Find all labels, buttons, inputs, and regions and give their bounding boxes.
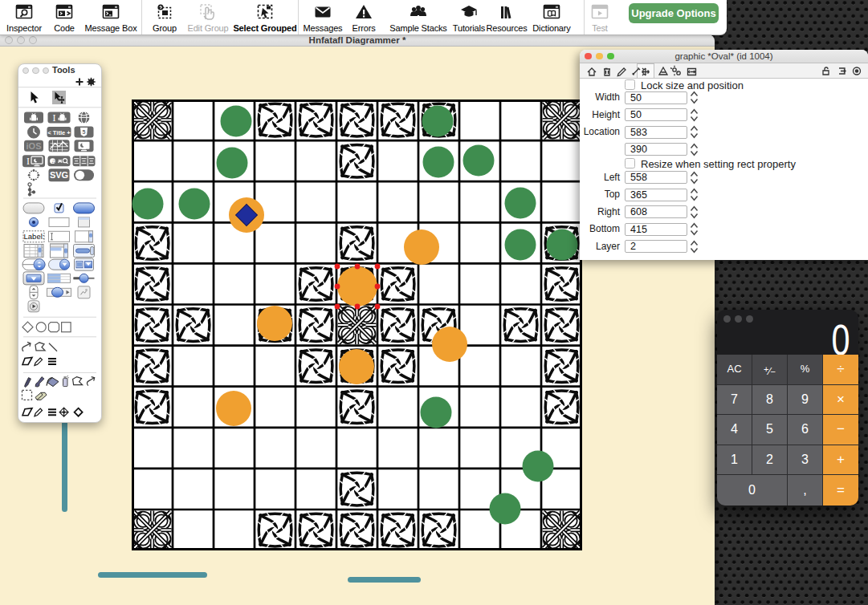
svg-text:♫: ♫ [51,158,55,164]
svg-text:I: I [53,112,56,124]
svg-text:iOS: iOS [26,141,42,151]
svg-text:Label:: Label: [24,232,45,241]
svg-text:5: 5 [83,129,86,135]
svg-text:SVG: SVG [50,170,68,180]
svg-text:I: I [26,156,30,167]
svg-text:< Title +: < Title + [47,129,71,136]
